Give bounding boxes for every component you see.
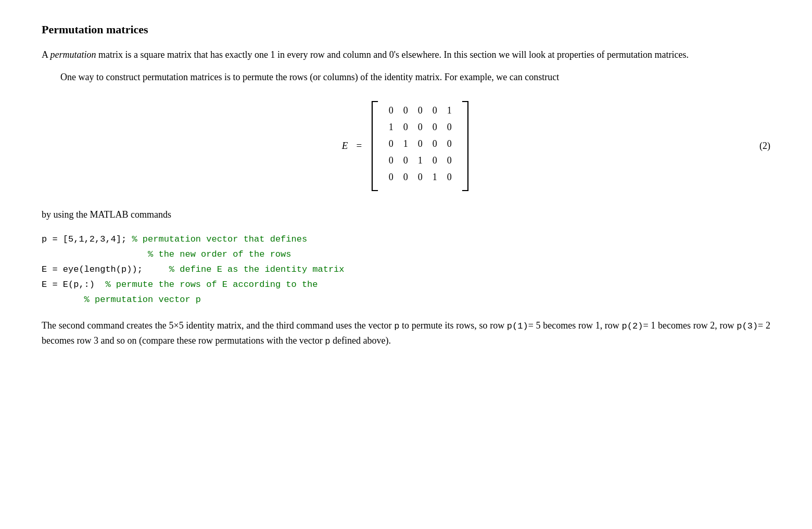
inline-p2: p(2) <box>622 321 643 331</box>
cell-3-0: 0 <box>385 154 397 168</box>
inline-p1: p(1) <box>507 321 528 331</box>
equation-block: E = 0 0 0 0 1 1 0 0 <box>42 100 770 192</box>
cell-2-2: 0 <box>414 137 426 151</box>
code-green-3: % define E as the identity matrix <box>169 264 345 274</box>
cell-4-0: 0 <box>385 170 397 184</box>
matrix-label-E: E <box>342 138 348 154</box>
cell-3-4: 0 <box>443 154 455 168</box>
code-green-2: % the new order of the rows <box>42 249 291 259</box>
paragraph-3: The second command creates the 5×5 ident… <box>42 318 770 348</box>
equation-number: (2) <box>759 139 770 153</box>
code-line-5: % permutation vector p <box>42 293 770 308</box>
cell-4-1: 0 <box>400 170 411 184</box>
inline-p-2: p <box>325 336 330 346</box>
cell-3-2: 1 <box>414 154 426 168</box>
cell-4-4: 0 <box>443 170 455 184</box>
cell-2-0: 0 <box>385 137 397 151</box>
code-line-4: E = E(p,:) % permute the rows of E accor… <box>42 278 770 293</box>
cell-1-1: 0 <box>400 120 411 134</box>
inline-p-1: p <box>394 321 399 331</box>
code-line-3: E = eye(length(p)); % define E as the id… <box>42 262 770 278</box>
cell-1-3: 0 <box>429 120 440 134</box>
code-black-4: E = E(p,:) <box>42 280 105 289</box>
cell-2-3: 0 <box>429 137 440 151</box>
paragraph-1: A permutation matrix is a square matrix … <box>42 47 770 62</box>
code-green-1: % permutation vector that defines <box>132 234 307 244</box>
cell-3-3: 0 <box>429 154 440 168</box>
paragraph-2: One way to construct permutation matrice… <box>42 70 770 85</box>
cell-1-0: 1 <box>385 120 397 134</box>
cell-0-2: 0 <box>414 104 426 118</box>
code-line-2: % the new order of the rows <box>42 247 770 262</box>
times-symbol: × <box>173 320 179 331</box>
cell-3-1: 0 <box>400 154 411 168</box>
section-title: Permutation matrices <box>42 21 770 38</box>
paragraph-by-using: by using the MATLAB commands <box>42 207 770 222</box>
cell-1-2: 0 <box>414 120 426 134</box>
italic-permutation: permutation <box>50 49 96 60</box>
cell-2-1: 1 <box>400 137 411 151</box>
code-green-4: % permute the rows of E according to the <box>105 280 318 289</box>
matrix-wrapper: 0 0 0 0 1 1 0 0 0 0 0 1 0 0 0 <box>370 100 470 192</box>
code-black-3: E = eye(length(p)); <box>42 264 169 274</box>
code-green-5: % permutation vector p <box>42 295 201 305</box>
code-line-1: p = [5,1,2,3,4]; % permutation vector th… <box>42 232 770 247</box>
matrix-equation: E = 0 0 0 0 1 1 0 0 <box>342 100 470 192</box>
code-block: p = [5,1,2,3,4]; % permutation vector th… <box>42 232 770 307</box>
cell-1-4: 0 <box>443 120 455 134</box>
right-bracket-icon <box>461 100 470 192</box>
cell-0-4: 1 <box>443 104 455 118</box>
equals-sign: = <box>356 138 362 154</box>
cell-0-0: 0 <box>385 104 397 118</box>
inline-p3: p(3) <box>737 321 758 331</box>
cell-0-1: 0 <box>400 104 411 118</box>
cell-2-4: 0 <box>443 137 455 151</box>
code-black-1: p = [5,1,2,3,4]; <box>42 234 132 244</box>
cell-4-2: 0 <box>414 170 426 184</box>
cell-4-3: 1 <box>429 170 440 184</box>
cell-0-3: 0 <box>429 104 440 118</box>
page-content: Permutation matrices A permutation matri… <box>42 21 770 348</box>
left-bracket-icon <box>370 100 379 192</box>
matrix-cells: 0 0 0 0 1 1 0 0 0 0 0 1 0 0 0 <box>379 100 461 192</box>
